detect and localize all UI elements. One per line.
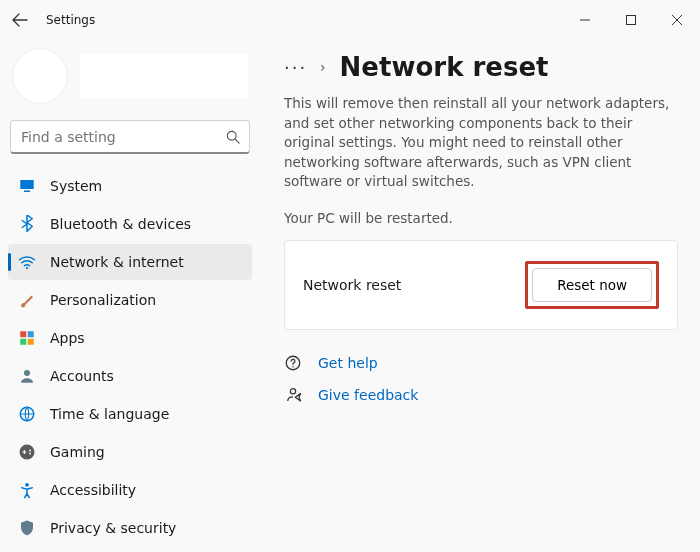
shield-icon <box>18 519 36 537</box>
give-feedback-link[interactable]: Give feedback <box>284 386 678 404</box>
sidebar-item-label: Network & internet <box>50 254 184 270</box>
accessibility-icon <box>18 481 36 499</box>
sidebar-item-label: Bluetooth & devices <box>50 216 191 232</box>
svg-point-14 <box>25 483 29 487</box>
svg-rect-0 <box>627 16 636 25</box>
gaming-icon <box>18 443 36 461</box>
sidebar-item-label: Accounts <box>50 368 114 384</box>
svg-point-11 <box>20 445 35 460</box>
restart-warning: Your PC will be restarted. <box>284 210 678 226</box>
sidebar-item-accessibility[interactable]: Accessibility <box>8 472 252 508</box>
feedback-icon <box>284 386 302 404</box>
sidebar-item-time[interactable]: Time & language <box>8 396 252 432</box>
sidebar-item-privacy[interactable]: Privacy & security <box>8 510 252 546</box>
svg-rect-2 <box>20 180 34 189</box>
profile-name-placeholder <box>80 54 248 98</box>
nav: System Bluetooth & devices Network & int… <box>8 168 252 552</box>
sidebar-item-accounts[interactable]: Accounts <box>8 358 252 394</box>
svg-point-1 <box>227 131 236 140</box>
system-icon <box>18 177 36 195</box>
svg-rect-8 <box>28 339 34 345</box>
reset-card-label: Network reset <box>303 277 401 293</box>
close-button[interactable] <box>654 0 700 40</box>
content: ··· › Network reset This will remove the… <box>260 40 700 552</box>
apps-icon <box>18 329 36 347</box>
reset-highlight: Reset now <box>525 261 659 309</box>
titlebar-left: Settings <box>12 12 95 28</box>
svg-point-12 <box>29 450 31 452</box>
reset-now-button[interactable]: Reset now <box>532 268 652 302</box>
sidebar-item-label: System <box>50 178 102 194</box>
search-wrap <box>10 120 250 154</box>
svg-point-16 <box>292 366 294 368</box>
sidebar-item-personalization[interactable]: Personalization <box>8 282 252 318</box>
app-body: System Bluetooth & devices Network & int… <box>0 40 700 552</box>
svg-point-9 <box>24 370 30 376</box>
minimize-button[interactable] <box>562 0 608 40</box>
svg-point-4 <box>26 267 28 269</box>
maximize-button[interactable] <box>608 0 654 40</box>
sidebar-item-label: Gaming <box>50 444 105 460</box>
sidebar-item-label: Accessibility <box>50 482 136 498</box>
window-controls <box>562 0 700 40</box>
reset-card: Network reset Reset now <box>284 240 678 330</box>
search-icon <box>226 130 240 144</box>
get-help-link[interactable]: Get help <box>284 354 678 372</box>
titlebar: Settings <box>0 0 700 40</box>
help-icon <box>284 354 302 372</box>
sidebar-item-update[interactable]: Windows Update <box>8 548 252 552</box>
brush-icon <box>18 291 36 309</box>
help-links: Get help Give feedback <box>284 354 678 404</box>
svg-rect-6 <box>28 331 34 337</box>
sidebar-item-label: Personalization <box>50 292 156 308</box>
sidebar-item-label: Time & language <box>50 406 169 422</box>
page-description: This will remove then reinstall all your… <box>284 94 678 192</box>
arrow-left-icon <box>12 12 28 28</box>
sidebar-item-system[interactable]: System <box>8 168 252 204</box>
breadcrumb: ··· › Network reset <box>284 52 678 82</box>
wifi-icon <box>18 253 36 271</box>
svg-point-13 <box>29 453 31 455</box>
sidebar-item-apps[interactable]: Apps <box>8 320 252 356</box>
sidebar-item-network[interactable]: Network & internet <box>8 244 252 280</box>
svg-point-17 <box>290 388 295 393</box>
search-input[interactable] <box>10 120 250 154</box>
sidebar-item-label: Apps <box>50 330 85 346</box>
sidebar: System Bluetooth & devices Network & int… <box>0 40 260 552</box>
chevron-right-icon: › <box>320 59 326 75</box>
back-button[interactable] <box>12 12 28 28</box>
svg-rect-3 <box>24 191 30 193</box>
app-title: Settings <box>46 13 95 27</box>
sidebar-item-label: Privacy & security <box>50 520 176 536</box>
page-title: Network reset <box>340 52 549 82</box>
get-help-label: Get help <box>318 355 378 371</box>
profile-block[interactable] <box>8 48 252 120</box>
maximize-icon <box>626 15 636 25</box>
give-feedback-label: Give feedback <box>318 387 418 403</box>
svg-rect-7 <box>20 339 26 345</box>
minimize-icon <box>580 15 590 25</box>
globe-icon <box>18 405 36 423</box>
close-icon <box>672 15 682 25</box>
avatar <box>12 48 68 104</box>
breadcrumb-more[interactable]: ··· <box>284 57 306 78</box>
sidebar-item-gaming[interactable]: Gaming <box>8 434 252 470</box>
svg-rect-5 <box>20 331 26 337</box>
sidebar-item-bluetooth[interactable]: Bluetooth & devices <box>8 206 252 242</box>
accounts-icon <box>18 367 36 385</box>
bluetooth-icon <box>18 215 36 233</box>
